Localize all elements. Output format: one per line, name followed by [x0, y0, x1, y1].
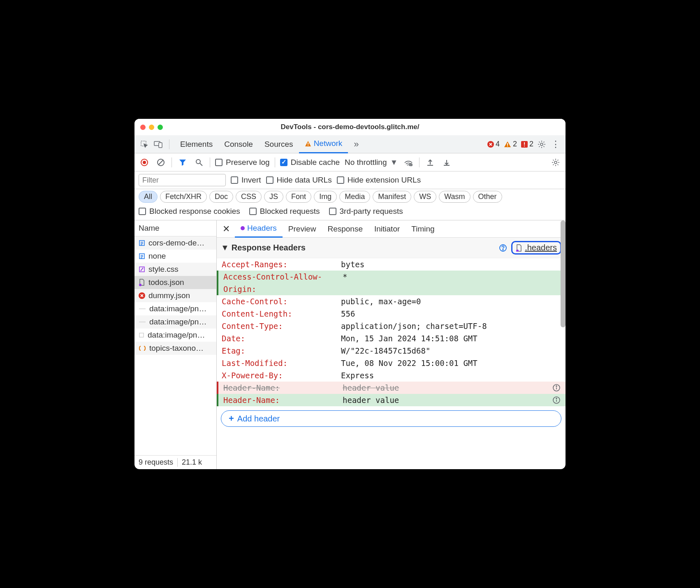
type-filter-doc[interactable]: Doc	[209, 191, 233, 203]
request-row[interactable]: data:image/pn…	[134, 329, 216, 342]
type-filter-media[interactable]: Media	[339, 191, 370, 203]
request-row[interactable]: data:image/pn…	[134, 315, 216, 329]
request-row[interactable]: dummy.json	[134, 289, 216, 302]
svg-point-15	[196, 160, 200, 164]
request-type-icon	[139, 320, 146, 324]
request-name: data:image/pn…	[149, 317, 206, 326]
type-filter-js[interactable]: JS	[264, 191, 283, 203]
info-icon[interactable]	[552, 396, 561, 404]
third-party-checkbox[interactable]: 3rd-party requests	[329, 207, 403, 216]
header-value: 556	[341, 309, 355, 318]
titlebar: DevTools - cors-demo-devtools.glitch.me/	[134, 119, 566, 135]
maximize-window-button[interactable]	[158, 125, 163, 130]
checkbox-icon	[266, 176, 274, 184]
issue-icon	[521, 141, 528, 148]
search-icon[interactable]	[193, 157, 205, 168]
headers-file-link[interactable]: .headers	[511, 241, 561, 255]
close-detail-icon[interactable]: ✕	[219, 224, 233, 234]
warning-icon	[504, 141, 511, 148]
download-har-icon[interactable]	[441, 157, 452, 168]
detail-tabs: ✕ HeadersPreviewResponseInitiatorTiming	[217, 220, 566, 238]
request-count: 9 requests	[139, 458, 173, 467]
filter-toggle-icon[interactable]	[177, 157, 188, 168]
more-tabs-icon[interactable]: »	[350, 139, 362, 150]
header-row: Last-Modified:Tue, 08 Nov 2022 15:00:01 …	[217, 357, 566, 369]
preserve-log-checkbox[interactable]: Preserve log	[215, 158, 270, 167]
blocked-requests-checkbox[interactable]: Blocked requests	[249, 207, 320, 216]
file-override-icon	[516, 244, 522, 252]
tab-console[interactable]: Console	[218, 135, 259, 153]
detail-tab-initiator[interactable]: Initiator	[369, 220, 406, 238]
request-row[interactable]: style.css	[134, 263, 216, 276]
detail-tab-preview[interactable]: Preview	[283, 220, 322, 238]
divider	[172, 157, 172, 167]
tab-sources[interactable]: Sources	[259, 135, 299, 153]
request-name: topics-taxono…	[149, 344, 204, 353]
help-icon[interactable]	[499, 244, 507, 252]
type-filter-row: AllFetch/XHRDocCSSJSFontImgMediaManifest…	[134, 189, 566, 204]
upload-har-icon[interactable]	[424, 157, 436, 168]
request-row[interactable]: data:image/pn…	[134, 302, 216, 315]
header-value: *	[343, 272, 347, 281]
error-count[interactable]: 4	[487, 140, 500, 148]
kebab-menu-icon[interactable]: ⋮	[550, 139, 561, 150]
checkbox-checked-icon	[280, 159, 287, 166]
request-row[interactable]: cors-demo-de…	[134, 236, 216, 250]
network-conditions-icon[interactable]	[403, 157, 414, 168]
header-row: Access-Control-Allow-*	[217, 271, 566, 283]
type-filter-other[interactable]: Other	[473, 191, 502, 203]
filter-input[interactable]	[139, 174, 226, 186]
checkbox-icon	[337, 176, 344, 184]
network-settings-icon[interactable]	[550, 157, 561, 168]
header-key: Cache-Control:	[222, 297, 341, 306]
request-type-icon	[139, 292, 145, 299]
clear-button[interactable]	[155, 157, 167, 168]
blocked-cookies-checkbox[interactable]: Blocked response cookies	[139, 207, 240, 216]
minimize-window-button[interactable]	[149, 125, 154, 130]
disable-cache-checkbox[interactable]: Disable cache	[280, 158, 340, 167]
type-filter-css[interactable]: CSS	[236, 191, 262, 203]
header-key: Last-Modified:	[222, 359, 341, 368]
add-header-button[interactable]: + Add header	[221, 410, 561, 427]
device-toggle-icon[interactable]	[153, 139, 164, 150]
request-row[interactable]: topics-taxono…	[134, 342, 216, 355]
type-filter-wasm[interactable]: Wasm	[439, 191, 470, 203]
hide-extension-urls-checkbox[interactable]: Hide extension URLs	[337, 176, 421, 185]
detail-tab-timing[interactable]: Timing	[406, 220, 440, 238]
header-value: header value	[343, 396, 399, 405]
svg-point-21	[139, 284, 141, 286]
request-row[interactable]: none	[134, 250, 216, 263]
type-filter-font[interactable]: Font	[286, 191, 311, 203]
hide-data-urls-checkbox[interactable]: Hide data URLs	[266, 176, 332, 185]
request-type-icon	[139, 345, 146, 351]
type-filter-ws[interactable]: WS	[414, 191, 436, 203]
settings-icon[interactable]	[536, 139, 547, 150]
detail-tab-headers[interactable]: Headers	[235, 220, 283, 238]
header-value: W/"22c-18457c15d68"	[341, 346, 430, 355]
type-filter-manifest[interactable]: Manifest	[373, 191, 411, 203]
main-tabbar: ElementsConsoleSourcesNetwork » 4 2 2 ⋮	[134, 135, 566, 153]
scrollbar[interactable]	[561, 220, 566, 327]
svg-point-27	[516, 250, 519, 252]
record-button[interactable]	[139, 157, 150, 168]
response-headers-section[interactable]: ▼ Response Headers .headers	[217, 238, 566, 258]
tab-elements[interactable]: Elements	[174, 135, 218, 153]
checkbox-icon	[215, 159, 223, 166]
type-filter-all[interactable]: All	[139, 191, 158, 203]
inspect-icon[interactable]	[139, 139, 150, 150]
throttling-select[interactable]: No throttling ▼	[345, 158, 398, 167]
divider	[169, 139, 169, 149]
invert-checkbox[interactable]: Invert	[231, 176, 261, 185]
header-key: Header-Name:	[223, 383, 343, 392]
devtools-window: DevTools - cors-demo-devtools.glitch.me/…	[134, 119, 566, 469]
type-filter-fetchxhr[interactable]: Fetch/XHR	[160, 191, 207, 203]
detail-tab-response[interactable]: Response	[322, 220, 369, 238]
info-icon[interactable]	[552, 384, 561, 392]
tab-network[interactable]: Network	[299, 135, 348, 153]
warning-count[interactable]: 2	[504, 140, 517, 148]
request-row[interactable]: todos.json	[134, 276, 216, 289]
close-window-button[interactable]	[140, 125, 146, 130]
issue-count[interactable]: 2	[521, 140, 533, 148]
svg-rect-6	[507, 143, 508, 145]
type-filter-img[interactable]: Img	[314, 191, 337, 203]
